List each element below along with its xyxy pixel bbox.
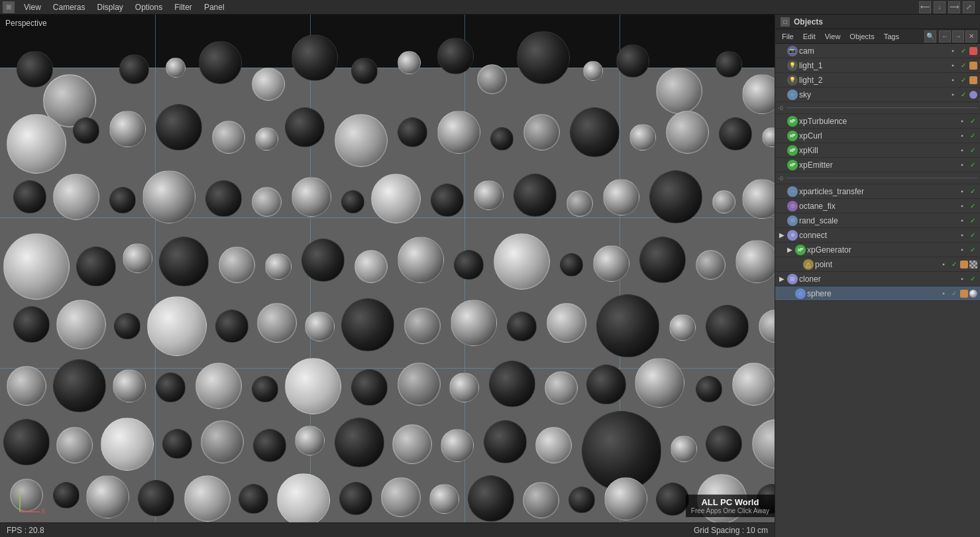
list-item[interactable]: ◎ octane_fix ▪ ✓ xyxy=(775,199,980,213)
list-item[interactable]: ○ sky ▪ ✓ xyxy=(775,88,980,102)
viewport[interactable]: Perspective xyxy=(0,15,775,537)
color-dot-sphere xyxy=(969,290,977,298)
menu-view[interactable]: View xyxy=(19,1,46,13)
render-btn[interactable]: ✓ xyxy=(959,61,968,70)
render-btn[interactable]: ✓ xyxy=(959,76,968,85)
window-fullscreen[interactable]: ⤢ xyxy=(963,1,975,13)
visibility-btn[interactable]: ▪ xyxy=(948,61,957,70)
list-item[interactable]: 💡 light_2 ▪ ✓ xyxy=(775,73,980,88)
expand-icon: ▶ xyxy=(778,231,786,239)
visibility-btn[interactable]: ▪ xyxy=(957,202,967,211)
panel-menu-objects[interactable]: Objects xyxy=(845,31,878,42)
visibility-btn[interactable]: ▪ xyxy=(957,216,967,225)
color-dot xyxy=(969,62,977,70)
list-item[interactable]: → xparticles_transfer ▪ ✓ xyxy=(775,184,980,199)
list-item[interactable]: xP xpKill ▪ ✓ xyxy=(775,143,980,158)
render-btn[interactable]: ✓ xyxy=(950,260,959,269)
list-item[interactable]: 📷 cam ▪ ✓ xyxy=(775,44,980,58)
render-btn[interactable]: ✓ xyxy=(950,289,959,298)
window-btn-2[interactable]: ↓ xyxy=(934,1,946,13)
panel-menu-file[interactable]: File xyxy=(778,31,798,42)
list-item-sphere[interactable]: ○ sphere ▪ ✓ xyxy=(775,286,980,301)
list-item[interactable]: ⚙ rand_scale ▪ ✓ xyxy=(775,213,980,228)
light-icon: 💡 xyxy=(787,60,798,71)
object-name: light_1 xyxy=(799,61,947,70)
visibility-btn[interactable]: ▪ xyxy=(939,260,948,269)
panel-arrow-left[interactable]: ← xyxy=(939,30,951,42)
visibility-btn[interactable]: ▪ xyxy=(957,245,967,255)
object-name: xpTurbulence xyxy=(799,117,956,126)
panel-close-btn[interactable]: ✕ xyxy=(965,30,977,42)
obj-controls: ▪ ✓ xyxy=(957,146,977,155)
render-btn[interactable]: ✓ xyxy=(968,202,977,211)
color-dot xyxy=(969,47,977,55)
render-btn[interactable]: ✓ xyxy=(968,117,977,126)
panel-arrow-right[interactable]: → xyxy=(952,30,964,42)
panel-search-btn[interactable]: 🔍 xyxy=(924,30,936,42)
visibility-btn[interactable]: ▪ xyxy=(957,274,967,284)
color-dot xyxy=(969,76,977,84)
obj-controls: ▪ ✓ xyxy=(957,131,977,141)
menu-filter[interactable]: Filter xyxy=(169,1,197,13)
expand-icon xyxy=(778,188,786,196)
render-btn[interactable]: ✓ xyxy=(968,216,977,225)
visibility-btn[interactable]: ▪ xyxy=(957,131,967,141)
render-btn[interactable]: ✓ xyxy=(968,160,977,170)
render-btn[interactable]: ✓ xyxy=(968,146,977,155)
object-name: xpEmitter xyxy=(799,160,956,170)
expand-icon xyxy=(778,117,786,125)
menu-options[interactable]: Options xyxy=(130,1,168,13)
object-name: light_2 xyxy=(799,76,947,85)
render-btn[interactable]: ✓ xyxy=(968,187,977,196)
menu-panel[interactable]: Panel xyxy=(199,1,230,13)
xp-kill-icon: xP xyxy=(787,145,798,156)
expand-icon xyxy=(778,202,786,210)
list-item[interactable]: △ point ▪ ✓ xyxy=(775,257,980,272)
window-btn-3[interactable]: ⟶ xyxy=(948,1,960,13)
obj-controls: ▪ ✓ xyxy=(957,187,977,196)
list-item[interactable]: ▶ ⊞ cloner ▪ ✓ xyxy=(775,272,980,286)
visibility-btn[interactable]: ▪ xyxy=(948,46,957,56)
render-btn[interactable]: ✓ xyxy=(959,46,968,56)
list-item[interactable]: xP xpCurl ▪ ✓ xyxy=(775,129,980,143)
window-btn-1[interactable]: ⟵ xyxy=(919,1,931,13)
visibility-btn[interactable]: ▪ xyxy=(948,76,957,85)
visibility-btn[interactable]: ▪ xyxy=(939,289,948,298)
visibility-btn[interactable]: ▪ xyxy=(957,117,967,126)
list-item[interactable]: xP xpTurbulence ▪ ✓ xyxy=(775,114,980,129)
octane-icon: ◎ xyxy=(787,201,798,211)
expand-icon xyxy=(778,132,786,140)
list-item[interactable]: 💡 light_1 ▪ ✓ xyxy=(775,58,980,73)
panel-menu-edit[interactable]: Edit xyxy=(799,31,820,42)
obj-controls: ▪ ✓ xyxy=(948,46,977,56)
color-dot xyxy=(960,261,968,268)
render-btn[interactable]: ✓ xyxy=(968,231,977,240)
panel-menu-view[interactable]: View xyxy=(821,31,845,42)
camera-icon: 📷 xyxy=(787,46,798,56)
obj-controls: ▪ ✓ xyxy=(957,245,977,255)
list-item[interactable]: ▶ ⊕ connect ▪ ✓ xyxy=(775,228,980,243)
visibility-btn[interactable]: ▪ xyxy=(957,146,967,155)
object-name: point xyxy=(815,260,938,269)
render-btn[interactable]: ✓ xyxy=(968,131,977,141)
panel-title: Objects xyxy=(794,17,823,27)
obj-controls: ▪ ✓ xyxy=(957,160,977,170)
expand-icon xyxy=(778,217,786,225)
visibility-btn[interactable]: ▪ xyxy=(948,90,957,99)
render-btn[interactable]: ✓ xyxy=(968,245,977,255)
render-btn[interactable]: ✓ xyxy=(959,90,968,99)
menu-cameras[interactable]: Cameras xyxy=(48,1,91,13)
visibility-btn[interactable]: ▪ xyxy=(957,187,967,196)
panel-menu-tags[interactable]: Tags xyxy=(880,31,903,42)
visibility-btn[interactable]: ▪ xyxy=(957,160,967,170)
sky-icon: ○ xyxy=(787,90,798,100)
list-item[interactable]: ▶ xP xpGenerator ▪ ✓ xyxy=(775,243,980,257)
menu-display[interactable]: Display xyxy=(91,1,128,13)
separator-icon: -0 xyxy=(778,105,783,111)
visibility-btn[interactable]: ▪ xyxy=(957,231,967,240)
point-icon: △ xyxy=(803,259,814,270)
axis-indicator: X Y xyxy=(13,492,46,518)
list-item[interactable]: xP xpEmitter ▪ ✓ xyxy=(775,158,980,172)
obj-controls: ▪ ✓ xyxy=(948,90,977,99)
render-btn[interactable]: ✓ xyxy=(968,274,977,284)
